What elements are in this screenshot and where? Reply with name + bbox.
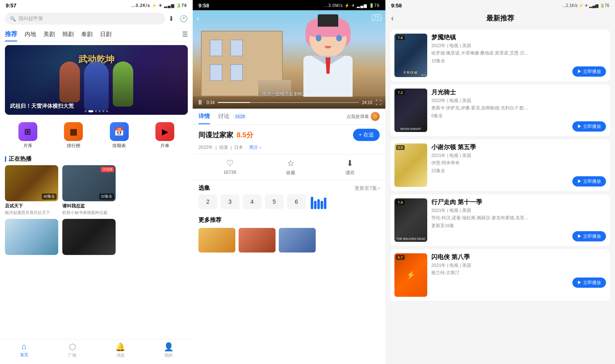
list-item[interactable] [62, 219, 116, 255]
dot-3 [95, 110, 97, 112]
eye-right [336, 35, 342, 41]
show-meta: 2022年 | 动漫 | 日本 · 简介 › [193, 143, 385, 154]
home-label: 首页 [20, 352, 28, 358]
danmu-button[interactable]: 点我发弹幕 😊 [346, 112, 380, 121]
list-item[interactable]: 40集全 且试天下 杨洋赵露思并肩共赴天下 [5, 165, 58, 216]
rec-card-sheldon: 8.9 小谢尔顿 第五季 2021年 | 电视 | 美国 伊恩·阿米蒂奇 22集… [390, 139, 610, 191]
like-icon: ♡ [226, 158, 234, 168]
show-more-link[interactable]: 简介 › [249, 144, 261, 150]
show-info: 间谍过家家 8.5分 + 在追 [193, 125, 385, 143]
title-score: 间谍过家家 8.5分 [198, 130, 253, 140]
pause-button[interactable]: ⏸ [197, 99, 203, 106]
show-type: 动漫 [219, 144, 228, 150]
cache-label: 缓存 [346, 170, 355, 176]
action-like[interactable]: ♡ 16739 [223, 158, 236, 176]
score-badge-flash: 6.7 [396, 255, 405, 260]
action-collect[interactable]: ☆ 收藏 [286, 158, 295, 176]
ep-item-4[interactable]: 4 [243, 194, 262, 209]
play-button-walking[interactable]: ▶ 立即播放 [572, 231, 606, 241]
tab-discuss[interactable]: 讨论 1628 [218, 109, 247, 124]
list-item[interactable]: 32集全 大结局 请叫我总监 机智小秘书单挑冤种总裁 [62, 165, 116, 216]
status-bar-3: 9:58 ...2.1K/s ⚡ ✈ ▂▄▆ 🔋76 [385, 0, 615, 10]
tab-hanju[interactable]: 韩剧 [62, 27, 74, 41]
ep-item-5[interactable]: 5 [265, 194, 284, 209]
episode-more[interactable]: 更新至7集 › [355, 185, 380, 192]
action-row: ♡ 16739 ☆ 收藏 ⬇ 缓存 [193, 154, 385, 180]
panel-video: 9:58 ...3.0M/s ⚡ ✈ ▂▄▆ 🔋76 [193, 0, 385, 364]
like-count: 16739 [223, 170, 236, 175]
hero-banner[interactable]: 武动乾坤 武祖归！天雷淬体横扫大荒 [5, 45, 188, 115]
hot-title-2: 请叫我总监 [62, 203, 116, 209]
ep-item-6[interactable]: 6 [287, 194, 306, 209]
rec-content-from: 梦魇绝镇 2022年 | 电视 | 美国 哈罗德·佩里诺,卡塔琳娜·桑地诺·莫雷… [431, 34, 606, 77]
danmu-avatar: 😊 [371, 112, 380, 121]
cache-icon: ⬇ [346, 158, 353, 168]
progress-bar[interactable] [218, 102, 359, 103]
bar-3 [317, 199, 320, 209]
nav-profile[interactable]: 👤 我的 [145, 342, 193, 358]
nav-tabs: 推荐 内地 美剧 韩剧 泰剧 日剧 ☰ [0, 27, 193, 42]
tab-taiju[interactable]: 泰剧 [81, 27, 93, 41]
schedule-label: 排期表 [112, 143, 126, 149]
rec-header: ‹ 最新推荐 [385, 10, 615, 27]
quick-ranking[interactable]: ▦ 排行榜 [64, 122, 83, 149]
rec-thumb-2[interactable] [239, 228, 276, 253]
rec-title-moon: 月光骑士 [431, 89, 606, 96]
quick-schedule[interactable]: 📅 排期表 [110, 122, 129, 149]
more-icon[interactable]: ☰ [182, 30, 188, 38]
rec-meta-from: 2022年 | 电视 | 美国 [431, 43, 606, 49]
nav-plaza[interactable]: ⬡ 广场 [48, 342, 97, 358]
eye-left [316, 35, 321, 41]
rec-eps-moon: 6集全 [431, 113, 606, 119]
rec-img-2 [239, 228, 276, 253]
ep-item-3[interactable]: 3 [221, 194, 239, 209]
play-button-flash[interactable]: ▶ 立即播放 [572, 278, 606, 288]
play-button-moon[interactable]: ▶ 立即播放 [572, 121, 606, 132]
progress-fill [218, 102, 250, 103]
rec-thumb-1[interactable] [198, 228, 235, 253]
nav-messages[interactable]: 🔔 消息 [96, 342, 145, 358]
search-input-box[interactable]: 🔍 我叫赵甲第 [5, 13, 165, 25]
ep-item-2[interactable]: 2 [198, 194, 217, 209]
download-icon[interactable]: ⬇ [169, 15, 174, 23]
current-time: 0:34 [207, 100, 214, 105]
video-player[interactable]: ‹ TV 用另一面镜子反射刚才的光 ⏸ 0:34 24:10 ⛶ [193, 10, 385, 109]
follow-label: + 在追 [359, 131, 374, 139]
bar-2 [314, 201, 317, 209]
detail-tabs: 详情 讨论 1628 点我发弹幕 😊 [193, 109, 385, 125]
tab-detail[interactable]: 详情 [198, 109, 210, 124]
tv-label[interactable]: TV [372, 14, 381, 20]
play-button-sheldon[interactable]: ▶ 立即播放 [572, 176, 606, 187]
message-label: 消息 [116, 353, 125, 358]
nav-home[interactable]: ⌂ 首页 [0, 342, 48, 358]
video-back-button[interactable]: ‹ [197, 14, 199, 23]
hot-section-title: 正在热播 [0, 153, 193, 165]
hero-subtitle: 武祖归！天雷淬体横扫大荒 [10, 102, 74, 110]
follow-button[interactable]: + 在追 [353, 129, 380, 141]
tab-neidi[interactable]: 内地 [25, 27, 36, 41]
history-icon[interactable]: 🕐 [180, 15, 188, 23]
rec-card-moon: MOON KNIGHT 7.2 月光骑士 2022年 | 电视 | 美国 奥斯卡… [390, 84, 610, 136]
poster-moon: MOON KNIGHT 7.2 [394, 89, 427, 132]
quick-playlist[interactable]: ▶ 片单 [155, 122, 174, 149]
play-button-from[interactable]: ▶ 立即播放 [572, 66, 606, 77]
hot-list-row2 [0, 216, 193, 255]
episode-header: 选集 更新至7集 › [193, 180, 385, 194]
tab-meiju[interactable]: 美剧 [43, 27, 55, 41]
window-3 [210, 64, 222, 81]
flash-icon: ⚡ [406, 271, 415, 280]
hot-sub-1: 杨洋赵露思并肩共赴天下 [5, 210, 58, 216]
rec-title-from: 梦魇绝镇 [431, 34, 606, 41]
tab-tuijian[interactable]: 推荐 [5, 27, 17, 41]
action-cache[interactable]: ⬇ 缓存 [346, 158, 355, 176]
tab-riju[interactable]: 日剧 [100, 27, 112, 41]
fullscreen-button[interactable]: ⛶ [376, 99, 381, 106]
show-year: 2022年 [198, 144, 213, 150]
list-item[interactable] [5, 219, 58, 255]
rec-thumb-3[interactable] [279, 228, 316, 253]
rec-cast-from: 哈罗德·佩里诺,卡塔琳娜·桑地诺·莫雷诺,艾恩·贝... [431, 50, 606, 56]
quick-library[interactable]: ⊞ 片库 [18, 122, 37, 149]
back-button[interactable]: ‹ [391, 14, 394, 23]
hat [318, 14, 338, 27]
status-icons-1: ...0.2K/s ⚡ ✈ ▂▄▆ 🔋76 [131, 3, 187, 8]
